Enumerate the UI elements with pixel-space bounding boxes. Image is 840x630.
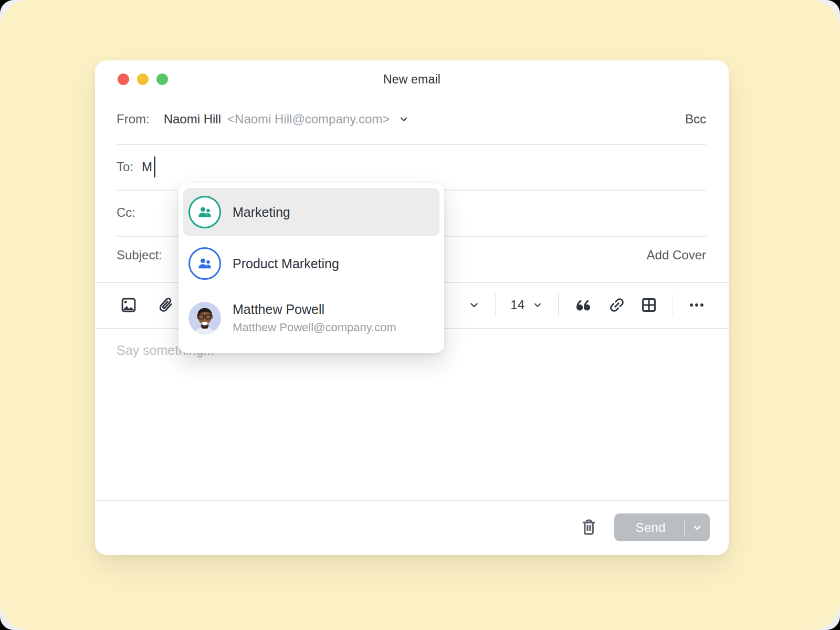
from-label: From: (117, 112, 150, 127)
toolbar-right-group: 14 (468, 293, 706, 317)
suggestion-item-matthew-powell[interactable]: Matthew Powell Matthew Powell@company.co… (183, 291, 439, 345)
add-cover-button[interactable]: Add Cover (647, 248, 706, 262)
toolbar-left-group (120, 296, 175, 314)
toolbar-separator (495, 293, 496, 317)
subject-label: Subject: (117, 248, 162, 262)
suggestion-item-product-marketing[interactable]: Product Marketing (183, 236, 439, 291)
to-label: To: (117, 160, 133, 174)
send-split-button: Send (614, 513, 710, 541)
footer: Send (95, 500, 729, 555)
group-icon (188, 196, 221, 228)
send-options-chevron-down-icon[interactable] (685, 521, 710, 534)
toolbar-separator (558, 293, 559, 317)
font-size-value: 14 (510, 298, 524, 312)
attachment-icon[interactable] (156, 296, 175, 314)
from-chevron-down-icon[interactable] (398, 113, 410, 125)
avatar (188, 302, 221, 334)
sender-email: <Naomi Hill@company.com> (227, 112, 390, 127)
blockquote-icon[interactable] (574, 295, 594, 315)
trash-icon[interactable] (579, 517, 598, 538)
bcc-button[interactable]: Bcc (685, 112, 706, 127)
text-cursor (154, 156, 155, 177)
font-size-chevron-down-icon (532, 299, 543, 311)
font-size-select[interactable]: 14 (510, 298, 543, 312)
more-options-icon[interactable] (688, 296, 706, 314)
toolbar-separator (673, 293, 674, 317)
image-icon[interactable] (120, 296, 138, 314)
titlebar: New email (95, 60, 729, 100)
send-button[interactable]: Send (614, 520, 684, 535)
link-icon[interactable] (607, 296, 626, 314)
from-row: From: Naomi Hill <Naomi Hill@company.com… (95, 100, 729, 142)
suggestion-item-marketing[interactable]: Marketing (183, 188, 439, 236)
font-family-chevron-down-icon[interactable] (468, 299, 480, 311)
sender-name: Naomi Hill (164, 112, 221, 127)
suggestion-person: Matthew Powell Matthew Powell@company.co… (233, 302, 396, 334)
suggestion-label: Matthew Powell (233, 302, 396, 317)
to-input-value: M (142, 160, 152, 174)
recipient-suggestions-dropdown: Marketing Product Marketing (178, 183, 444, 353)
suggestion-label: Marketing (233, 205, 290, 220)
table-icon[interactable] (640, 296, 658, 314)
to-row[interactable]: To: M (95, 144, 729, 190)
suggestion-label: Product Marketing (233, 256, 339, 271)
cc-label: Cc: (117, 205, 135, 220)
group-icon (188, 247, 221, 280)
window-title: New email (95, 72, 729, 87)
suggestion-email: Matthew Powell@company.com (233, 321, 396, 334)
